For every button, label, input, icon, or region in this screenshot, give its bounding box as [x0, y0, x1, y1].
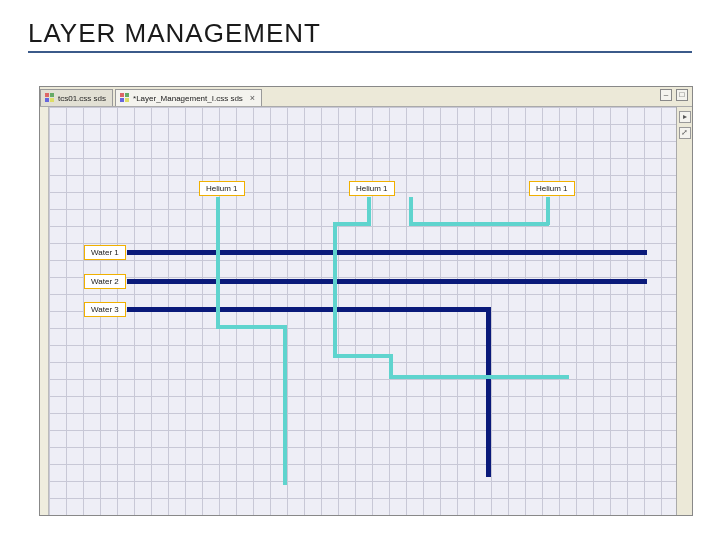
tab-label: tcs01.css sds [58, 94, 106, 103]
pipe-helium1b-v2 [333, 222, 337, 357]
file-icon [120, 93, 130, 103]
arrow-icon[interactable]: ▸ [679, 111, 691, 123]
maximize-icon[interactable]: □ [676, 89, 688, 101]
tab-label: *Layer_Management_I.css sds [133, 94, 243, 103]
node-helium-1a[interactable]: Helium 1 [199, 181, 245, 196]
pipe-helium1b-h1 [333, 222, 371, 226]
svg-rect-5 [125, 93, 129, 97]
node-water-1[interactable]: Water 1 [84, 245, 126, 260]
tab-tcs01[interactable]: tcs01.css sds [40, 89, 113, 106]
pipe-helium-bc-link [409, 222, 549, 226]
pipe-water2-h [127, 279, 647, 284]
node-water-2[interactable]: Water 2 [84, 274, 126, 289]
pipe-helium-bc-v [409, 197, 413, 225]
tool-strip: ▸ ⤢ [676, 107, 692, 515]
svg-rect-2 [45, 98, 49, 102]
pipe-helium1b-v1 [367, 197, 371, 225]
editor-window: tcs01.css sds *Layer_Management_I.css sd… [39, 86, 693, 516]
svg-rect-6 [120, 98, 124, 102]
page-title: LAYER MANAGEMENT [28, 18, 692, 53]
svg-rect-3 [50, 98, 54, 102]
pipe-helium1a-v2 [283, 325, 287, 485]
tab-layer-management[interactable]: *Layer_Management_I.css sds × [115, 89, 262, 106]
pipe-helium1b-h2 [333, 354, 393, 358]
node-helium-1b[interactable]: Helium 1 [349, 181, 395, 196]
pipe-helium1b-h3 [389, 375, 569, 379]
close-icon[interactable]: × [250, 93, 255, 103]
minimize-icon[interactable]: – [660, 89, 672, 101]
pipe-helium1a-v [216, 197, 220, 325]
pipe-water3-v [486, 307, 491, 477]
node-water-3[interactable]: Water 3 [84, 302, 126, 317]
tab-bar: tcs01.css sds *Layer_Management_I.css sd… [40, 87, 692, 107]
pipe-water1-h [127, 250, 647, 255]
file-icon [45, 93, 55, 103]
node-helium-1c[interactable]: Helium 1 [529, 181, 575, 196]
svg-rect-1 [50, 93, 54, 97]
pipe-water3-h [127, 307, 491, 312]
window-controls: – □ [660, 89, 688, 101]
ruler-vertical [40, 107, 49, 515]
svg-rect-0 [45, 93, 49, 97]
svg-rect-7 [125, 98, 129, 102]
svg-rect-4 [120, 93, 124, 97]
canvas[interactable]: Helium 1 Helium 1 Helium 1 Water 1 Water… [49, 107, 676, 515]
pipe-helium1c-v [546, 197, 550, 225]
pipe-helium1a-h [216, 325, 286, 329]
zoom-icon[interactable]: ⤢ [679, 127, 691, 139]
